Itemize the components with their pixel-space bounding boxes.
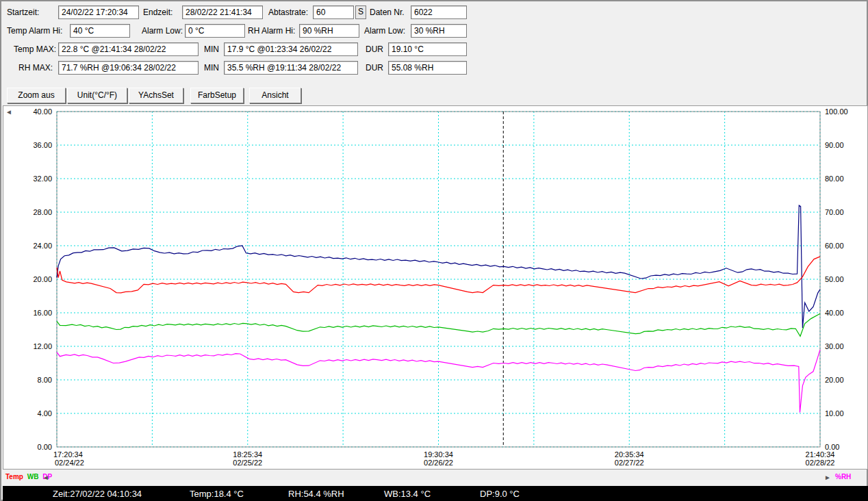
svg-text:4.00: 4.00	[38, 409, 52, 418]
scroll-right-icon[interactable]: ►	[824, 474, 831, 481]
endzeit-label: Endzeit:	[143, 8, 173, 17]
rh-min-label: MIN	[204, 63, 219, 73]
status-dp: DP:9.0 °C	[480, 489, 520, 499]
svg-text:36.00: 36.00	[33, 141, 52, 149]
svg-text:30.00: 30.00	[825, 342, 844, 350]
svg-text:80.00: 80.00	[825, 175, 844, 183]
temp-dur-field: 19.10 °C	[388, 42, 467, 56]
chart-panel: ◄ 40.0036.0032.0028.0024.0020.0016.0012.…	[3, 105, 868, 470]
temp-dur-label: DUR	[366, 44, 383, 54]
svg-text:02/28/22: 02/28/22	[806, 459, 835, 467]
app-window: Startzeit: 24/02/22 17:20:34 Endzeit: 28…	[0, 0, 868, 501]
chart-canvas[interactable]: 40.0036.0032.0028.0024.0020.0016.0012.00…	[3, 106, 867, 469]
rh-alarm-hi-label: RH Alarm Hi:	[248, 26, 295, 36]
rh-dur-field: 55.08 %RH	[388, 61, 467, 75]
rh-alarm-hi-field[interactable]: 90 %RH	[299, 24, 359, 38]
abtastrate-field[interactable]: 60	[313, 5, 354, 19]
farb-setup-button[interactable]: FarbSetup	[190, 88, 244, 103]
abtastrate-label: Abtastrate:	[268, 8, 308, 17]
svg-text:20:35:34: 20:35:34	[615, 450, 644, 459]
startzeit-label: Startzeit:	[7, 8, 39, 17]
temp-alarm-low-field[interactable]: 0 °C	[185, 24, 245, 38]
svg-text:24.00: 24.00	[33, 242, 52, 250]
temp-min-label: MIN	[204, 44, 219, 54]
svg-text:0.00: 0.00	[38, 443, 52, 451]
temp-max-label: Temp MAX:	[14, 44, 56, 54]
startzeit-field[interactable]: 24/02/22 17:20:34	[58, 5, 139, 19]
svg-text:40.00: 40.00	[825, 309, 844, 317]
temp-alarm-hi-label: Temp Alarm Hi:	[7, 26, 62, 36]
svg-text:19:30:34: 19:30:34	[424, 450, 453, 459]
svg-text:60.00: 60.00	[825, 242, 844, 250]
ansicht-button[interactable]: Ansicht	[249, 88, 301, 103]
endzeit-field[interactable]: 28/02/22 21:41:34	[182, 5, 263, 19]
temp-alarm-hi-field[interactable]: 40 °C	[70, 24, 130, 38]
rh-alarm-low-label: Alarm Low:	[364, 26, 405, 36]
svg-text:90.00: 90.00	[825, 141, 844, 149]
svg-text:02/24/22: 02/24/22	[55, 459, 84, 467]
zoom-aus-button[interactable]: Zoom aus	[7, 88, 66, 103]
svg-text:17:20:34: 17:20:34	[53, 450, 83, 459]
status-bar: Zeit:27/02/22 04:10:34 Temp:18.4 °C RH:5…	[3, 486, 868, 501]
svg-text:02/26/22: 02/26/22	[424, 459, 453, 467]
svg-text:10.00: 10.00	[825, 409, 844, 418]
scroll-left-top-icon[interactable]: ◄	[5, 109, 12, 116]
svg-text:32.00: 32.00	[33, 175, 52, 183]
rh-alarm-low-field[interactable]: 30 %RH	[411, 24, 467, 38]
rh-max-label: RH MAX:	[18, 63, 53, 73]
rh-max-field: 71.7 %RH @19:06:34 28/02/22	[58, 61, 199, 75]
svg-text:18:25:34: 18:25:34	[233, 450, 262, 459]
legend-item-temp: Temp	[5, 473, 23, 480]
svg-text:12.00: 12.00	[33, 342, 52, 350]
svg-text:21:40:34: 21:40:34	[806, 450, 835, 459]
svg-text:16.00: 16.00	[33, 309, 52, 317]
legend-row: Temp WB DP ◄ ► %RH	[3, 471, 868, 483]
svg-text:70.00: 70.00	[825, 208, 844, 216]
svg-text:8.00: 8.00	[38, 376, 52, 384]
svg-text:02/27/22: 02/27/22	[615, 459, 644, 467]
status-temp: Temp:18.4 °C	[190, 489, 244, 499]
abtastrate-unit-badge: S	[355, 5, 366, 19]
temp-alarm-low-label: Alarm Low:	[142, 26, 183, 36]
temp-max-field: 22.8 °C @21:41:34 28/02/22	[58, 42, 199, 56]
temp-min-field: 17.9 °C @01:23:34 26/02/22	[224, 42, 358, 56]
rh-min-field: 35.5 %RH @19:11:34 28/02/22	[224, 61, 358, 75]
svg-text:50.00: 50.00	[825, 275, 844, 283]
status-zeit: Zeit:27/02/22 04:10:34	[53, 489, 142, 499]
svg-text:20.00: 20.00	[33, 275, 52, 283]
rh-dur-label: DUR	[366, 63, 383, 73]
daten-nr-field[interactable]: 6022	[411, 5, 467, 19]
yachs-set-button[interactable]: YAchsSet	[129, 88, 183, 103]
svg-text:20.00: 20.00	[825, 376, 844, 384]
status-rh: RH:54.4 %RH	[288, 489, 344, 499]
svg-text:40.00: 40.00	[33, 107, 52, 116]
svg-text:28.00: 28.00	[33, 208, 52, 216]
legend-rh-label: %RH	[835, 473, 851, 480]
svg-text:02/25/22: 02/25/22	[233, 459, 262, 467]
daten-nr-label: Daten Nr.	[370, 8, 405, 17]
svg-text:100.00: 100.00	[825, 107, 848, 116]
status-wb: WB:13.4 °C	[384, 489, 431, 499]
scroll-left-icon[interactable]: ◄	[42, 474, 49, 481]
legend-item-wb: WB	[27, 473, 39, 480]
unit-button[interactable]: Unit(°C/°F)	[67, 88, 127, 103]
